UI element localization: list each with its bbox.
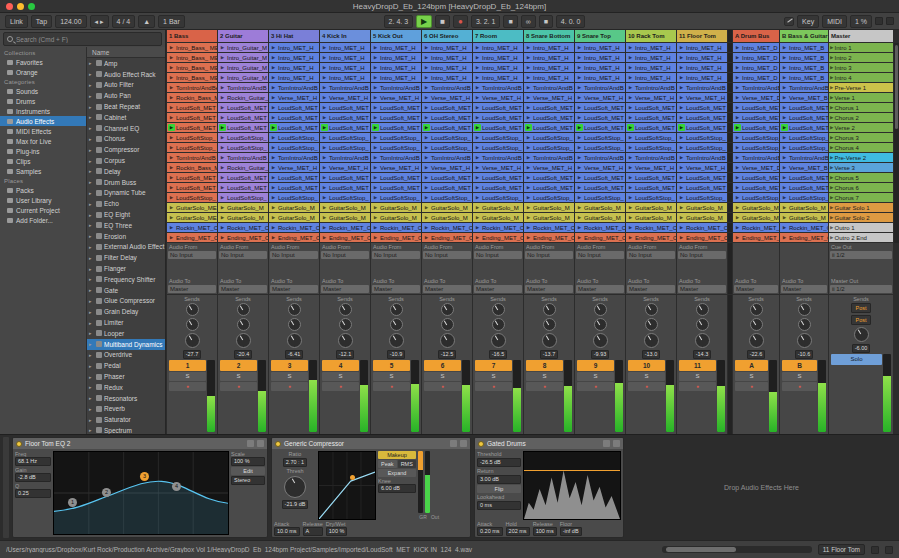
clip-slot[interactable]: ▶Intro_MET_H — [320, 53, 370, 62]
browser-device-item[interactable]: ▸Amp — [87, 58, 165, 69]
browser-device-item[interactable]: ▸Limiter — [87, 317, 165, 328]
clip-slot[interactable]: ▶LoudSoft_MET — [733, 123, 779, 132]
clip-slot[interactable]: ▶Intro_Bass_ MET — [167, 63, 217, 72]
clip-slot[interactable]: ▶Verse_MET_H — [269, 163, 319, 172]
device-drop-area[interactable]: Drop Audio Effects Here — [627, 437, 896, 538]
pan-knob[interactable] — [236, 333, 251, 348]
sidebar-item-orange[interactable]: Orange — [0, 67, 86, 77]
clip-slot[interactable]: ▶LoudSoft_MET — [422, 173, 472, 182]
sidebar-item-audio-effects[interactable]: Audio Effects — [0, 116, 86, 126]
browser-device-item[interactable]: ▸Filter Delay — [87, 252, 165, 263]
clip-slot[interactable]: ▶GuitarSolo_M — [733, 203, 779, 212]
record-button[interactable]: ● — [453, 15, 468, 28]
clip-slot[interactable]: ▶Intro_MET_H — [677, 63, 727, 72]
session-vertical-scrollbar[interactable] — [894, 43, 899, 243]
browser-device-item[interactable]: ▸Glue Compressor — [87, 296, 165, 307]
clip-slot[interactable]: ▶Verse_MET_H — [371, 93, 421, 102]
send-b-knob[interactable] — [186, 318, 199, 331]
send-a-knob[interactable] — [696, 303, 709, 316]
track-header[interactable]: 8 Snare Bottom — [524, 30, 574, 42]
gate-signal-display[interactable] — [523, 451, 621, 520]
browser-device-item[interactable]: ▸Cabinet — [87, 112, 165, 123]
pan-knob[interactable] — [644, 333, 659, 348]
clip-slot[interactable]: ▶Intro_MET_H — [575, 63, 625, 72]
pan-knob[interactable] — [287, 333, 302, 348]
punch-in-button[interactable]: ■ — [503, 15, 517, 28]
eq-curve-display[interactable]: 1 2 3 4 — [53, 451, 229, 535]
clip-slot[interactable]: ▶TomIntro/AndB — [524, 153, 574, 162]
input-chooser[interactable]: No Input — [372, 251, 420, 259]
clip-slot[interactable]: ▶LoudSoftStop_ — [575, 193, 625, 202]
clip-slot[interactable]: ▶TomIntro/AndB — [422, 153, 472, 162]
clip-slot[interactable]: ▶Intro_MET_H — [524, 53, 574, 62]
clip-slot[interactable]: ▶LoudSoftStop_ — [626, 193, 676, 202]
pan-knob[interactable] — [440, 333, 455, 348]
clip-slot[interactable]: ▶GuitarSolo_M — [371, 203, 421, 212]
clip-slot[interactable]: ▶GuitarSolo_M — [575, 213, 625, 222]
clip-slot[interactable]: ▶Intro_MET_H — [575, 53, 625, 62]
browser-device-item[interactable]: ▸Resonators — [87, 393, 165, 404]
browser-device-item[interactable]: ▸Grain Delay — [87, 306, 165, 317]
loop-button[interactable]: ∞ — [521, 15, 536, 28]
q-value[interactable]: 0.25 — [15, 489, 51, 498]
clip-slot[interactable]: ▶Intro_MET_H — [422, 73, 472, 82]
send-b-knob[interactable] — [750, 318, 763, 331]
clip-slot[interactable]: ▶Verse_MET_D — [733, 93, 779, 102]
clip-slot[interactable]: ▶Intro_MET_H — [320, 73, 370, 82]
clip-slot[interactable]: ▶TomIntro/AndB — [320, 83, 370, 92]
clip-slot[interactable]: ▶LoudSoftStop_ — [473, 133, 523, 142]
track-header[interactable]: 2 Guitar — [218, 30, 268, 42]
clip-slot[interactable]: ▶LoudSoft_MET — [626, 183, 676, 192]
clip-slot[interactable]: ▶Intro_Guitar_M — [218, 43, 268, 52]
drywet-value[interactable]: 100 % — [326, 527, 348, 536]
track-activator-button[interactable]: 6 — [424, 360, 461, 371]
clip-slot[interactable]: ▶LoudSoftStop_ — [218, 143, 268, 152]
volume-value[interactable]: -10.6 — [795, 350, 814, 359]
clip-slot[interactable]: ▶Intro_MET_H — [269, 43, 319, 52]
eq-band-handle[interactable]: 1 — [68, 498, 77, 507]
arm-button[interactable]: ● — [782, 382, 817, 391]
link-button[interactable]: Link — [5, 15, 28, 28]
arm-button[interactable]: ● — [169, 382, 206, 391]
save-preset-icon[interactable] — [257, 440, 264, 447]
compressor-curve-display[interactable] — [318, 451, 376, 520]
volume-value[interactable]: -10.9 — [387, 350, 406, 359]
clip-slot[interactable]: ▶Intro_MET_H — [320, 63, 370, 72]
volume-value[interactable]: -13.0 — [642, 350, 661, 359]
eq-band-handle[interactable]: 3 — [140, 472, 149, 481]
gate-release-value[interactable]: 100 ms — [533, 527, 557, 536]
clip-slot[interactable]: ▶Intro_MET_H — [473, 63, 523, 72]
scene-slot[interactable]: ▶Intro 2 — [829, 53, 893, 62]
track-header[interactable]: 1 Bass — [167, 30, 217, 42]
pan-knob[interactable] — [338, 333, 353, 348]
gate-floor-value[interactable]: -inf dB — [560, 527, 582, 536]
browser-device-item[interactable]: ▸Channel EQ — [87, 123, 165, 134]
arrangement-position-field[interactable]: 2. 4. 3 — [384, 15, 413, 28]
volume-value[interactable]: -9.93 — [591, 350, 610, 359]
clip-slot[interactable]: ▶LoudSoft_MET — [780, 183, 828, 192]
threshold-value[interactable]: -21.9 dB — [282, 500, 309, 509]
send-a-knob[interactable] — [237, 303, 250, 316]
clip-slot[interactable]: ▶LoudSoft_MET — [626, 113, 676, 122]
clip-slot[interactable]: ▶LoudSoftStop_ — [269, 133, 319, 142]
clip-slot[interactable]: ▶Verse_MET_H — [320, 93, 370, 102]
clip-slot[interactable]: ▶LoudSoftStop_ — [371, 133, 421, 142]
clip-slot[interactable]: ▶Rockin_MET_O — [626, 223, 676, 232]
clip-slot[interactable]: ▶TomIntro/AndB — [473, 83, 523, 92]
input-chooser[interactable]: No Input — [423, 251, 471, 259]
clip-slot[interactable]: ▶TomIntro/AndB — [575, 83, 625, 92]
track-activator-button[interactable]: 10 — [628, 360, 665, 371]
clip-slot[interactable]: ▶LoudSoft_MET — [320, 103, 370, 112]
clip-slot[interactable]: ▶LoudSoft_MET — [780, 113, 828, 122]
clip-slot[interactable]: ▶LoudSoft_MET — [524, 183, 574, 192]
clip-slot[interactable]: ▶TomIntro/AndB — [473, 153, 523, 162]
clip-slot[interactable]: ▶LoudSoftStop_ — [626, 133, 676, 142]
clip-slot[interactable]: ▶Intro_MET_H — [524, 73, 574, 82]
search-bar[interactable]: Search (Cmd + F) — [3, 32, 162, 46]
clip-slot[interactable]: ▶Intro_MET_H — [575, 73, 625, 82]
input-chooser[interactable]: No Input — [168, 251, 216, 259]
clip-slot[interactable]: ▶GuitarSolo_M — [780, 213, 828, 222]
eq-mode-chooser[interactable]: Stereo — [231, 476, 265, 485]
clip-slot[interactable]: ▶Intro_Bass_ MET — [167, 73, 217, 82]
play-button[interactable]: ▶ — [416, 15, 432, 28]
